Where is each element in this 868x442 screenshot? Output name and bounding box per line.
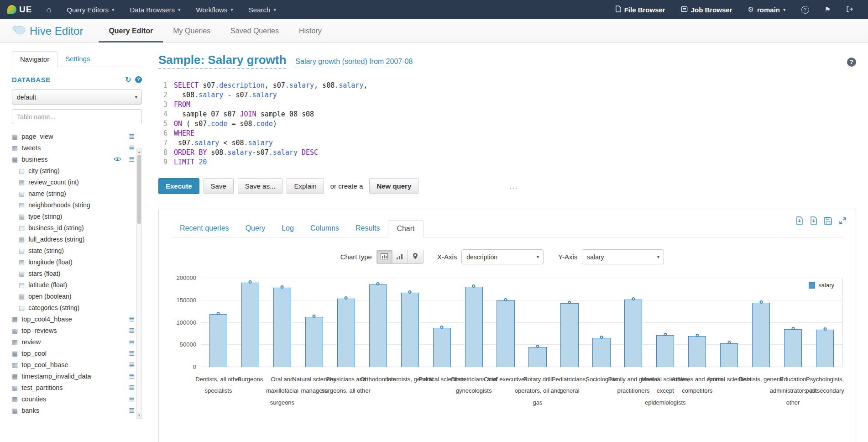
chart-bar[interactable] [401, 293, 419, 367]
chart-bar[interactable] [720, 343, 738, 367]
query-subtitle-link[interactable]: Salary growth (sorted) from 2007-08 [295, 58, 413, 67]
map-chart-button[interactable] [408, 250, 424, 264]
menu-search[interactable]: Search▾ [241, 0, 284, 19]
columns-list-icon[interactable]: ≣ [129, 406, 135, 415]
table-row[interactable]: ▦counties≣ [12, 393, 135, 405]
columns-list-icon[interactable]: ≣ [129, 143, 135, 152]
chart-bar[interactable] [784, 329, 802, 367]
scrollbar-thumb[interactable] [137, 155, 141, 224]
column-row[interactable]: ▤city (string) [12, 165, 135, 176]
chart-bar[interactable] [752, 303, 770, 367]
refresh-icon[interactable]: ↻ [125, 75, 131, 84]
columns-list-icon[interactable]: ≣ [129, 360, 135, 369]
job-browser-link[interactable]: Job Browser [673, 0, 740, 19]
tab-my-queries[interactable]: My Queries [163, 19, 220, 42]
chart-bar[interactable] [433, 328, 451, 367]
save-as-button[interactable]: Save as... [238, 178, 283, 194]
result-tab-results[interactable]: Results [347, 220, 388, 237]
chart-bar[interactable] [497, 300, 514, 367]
expand-results-icon[interactable] [839, 217, 847, 225]
table-row[interactable]: ▦banks≣ [12, 405, 135, 416]
columns-list-icon[interactable]: ≣ [129, 372, 135, 380]
column-row[interactable]: ▤name (string) [12, 188, 135, 199]
columns-list-icon[interactable]: ≣ [129, 326, 135, 335]
columns-list-icon[interactable]: ≣ [129, 349, 135, 358]
columns-list-icon[interactable]: ≣ [129, 315, 135, 323]
chart-bar[interactable] [369, 284, 387, 367]
column-row[interactable]: ▤stars (float) [12, 268, 135, 279]
result-tab-log[interactable]: Log [273, 220, 302, 237]
chart-bar[interactable] [624, 300, 642, 367]
sidebar-scrollbar[interactable]: ▲ ▼ [136, 148, 142, 419]
column-row[interactable]: ▤type (string) [12, 210, 135, 222]
eye-icon[interactable] [114, 157, 121, 162]
table-row[interactable]: ▦top_cool≣ [12, 347, 135, 359]
help-button[interactable]: ? [794, 0, 817, 19]
sql-editor[interactable]: 123456789 SELECT s07.description, s07.sa… [158, 81, 856, 167]
column-row[interactable]: ▤review_count (int) [12, 176, 135, 188]
feedback-flag-button[interactable]: ⚑ [817, 0, 838, 19]
hue-logo[interactable]: UE [7, 0, 38, 19]
x-axis-select[interactable]: description ▾ [461, 249, 544, 264]
chart-bar[interactable] [560, 303, 578, 367]
columns-list-icon[interactable]: ≣ [129, 395, 135, 403]
bar-chart-button[interactable] [376, 250, 392, 264]
table-row[interactable]: ▦review≣ [12, 336, 135, 347]
table-row[interactable]: ▦business≣ [12, 153, 135, 165]
chart-bar[interactable] [241, 283, 259, 367]
column-row[interactable]: ▤longitude (float) [12, 256, 135, 268]
columns-list-icon[interactable]: ≣ [129, 383, 135, 392]
table-row[interactable]: ▦test_partitions≣ [12, 382, 135, 393]
chart-bar[interactable] [209, 314, 227, 367]
chart-bar[interactable] [816, 330, 834, 367]
page-help-icon[interactable]: ? [847, 58, 856, 67]
column-row[interactable]: ▤full_address (string) [12, 233, 135, 245]
home-button[interactable]: ⌂ [38, 0, 59, 19]
tab-saved-queries[interactable]: Saved Queries [220, 19, 289, 42]
menu-workflows[interactable]: Workflows▾ [188, 0, 241, 19]
chart-bar[interactable] [273, 288, 291, 367]
columns-list-icon[interactable]: ≣ [129, 337, 135, 346]
chart-bar[interactable] [688, 336, 706, 367]
column-row[interactable]: ▤state (string) [12, 245, 135, 256]
column-row[interactable]: ▤categories (string) [12, 302, 135, 313]
table-filter-input[interactable] [12, 109, 142, 124]
chart-legend[interactable]: salary [807, 281, 836, 289]
column-row[interactable]: ▤neighborhoods (string [12, 199, 135, 210]
scroll-down-button[interactable]: ▼ [137, 412, 141, 418]
chart-bar[interactable] [465, 287, 483, 367]
menu-query-editors[interactable]: Query Editors▾ [59, 0, 122, 19]
chart-bar[interactable] [337, 299, 355, 367]
column-row[interactable]: ▤open (boolean) [12, 290, 135, 302]
column-row[interactable]: ▤business_id (string) [12, 222, 135, 233]
tab-history[interactable]: History [289, 19, 332, 42]
table-row[interactable]: ▦tweets≣ [12, 142, 135, 153]
file-browser-link[interactable]: File Browser [607, 0, 673, 19]
table-row[interactable]: ▦top_reviews≣ [12, 325, 135, 336]
editor-resize-handle[interactable]: ... [509, 182, 518, 191]
menu-data-browsers[interactable]: Data Browsers▾ [122, 0, 188, 19]
column-row[interactable]: ▤latitude (float) [12, 279, 135, 290]
save-button[interactable]: Save [204, 178, 234, 194]
database-select[interactable]: default ▾ [12, 89, 142, 105]
database-help-icon[interactable]: ? [135, 76, 142, 83]
chart-bar[interactable] [592, 338, 610, 367]
chart-bar[interactable] [305, 317, 323, 367]
column-chart-button[interactable] [392, 250, 408, 264]
y-axis-select[interactable]: salary ▾ [582, 249, 664, 264]
tab-navigator[interactable]: Navigator [12, 51, 58, 67]
logout-button[interactable] [838, 0, 861, 19]
explain-button[interactable]: Explain [287, 178, 324, 194]
tab-settings[interactable]: Settings [58, 51, 98, 67]
columns-list-icon[interactable]: ≣ [129, 155, 135, 163]
table-row[interactable]: ▦page_view≣ [12, 131, 135, 142]
new-query-button[interactable]: New query [369, 178, 418, 194]
result-tab-columns[interactable]: Columns [302, 220, 347, 237]
tab-query-editor[interactable]: Query Editor [99, 19, 163, 42]
user-menu[interactable]: ⚙ romain ▾ [740, 0, 794, 19]
chart-bar[interactable] [528, 347, 546, 367]
table-row[interactable]: ▦timestamp_invalid_data≣ [12, 370, 135, 382]
result-tab-recent-queries[interactable]: Recent queries [172, 220, 237, 237]
download-xls-icon[interactable] [796, 216, 803, 225]
query-title[interactable]: Sample: Salary growth [158, 53, 286, 69]
